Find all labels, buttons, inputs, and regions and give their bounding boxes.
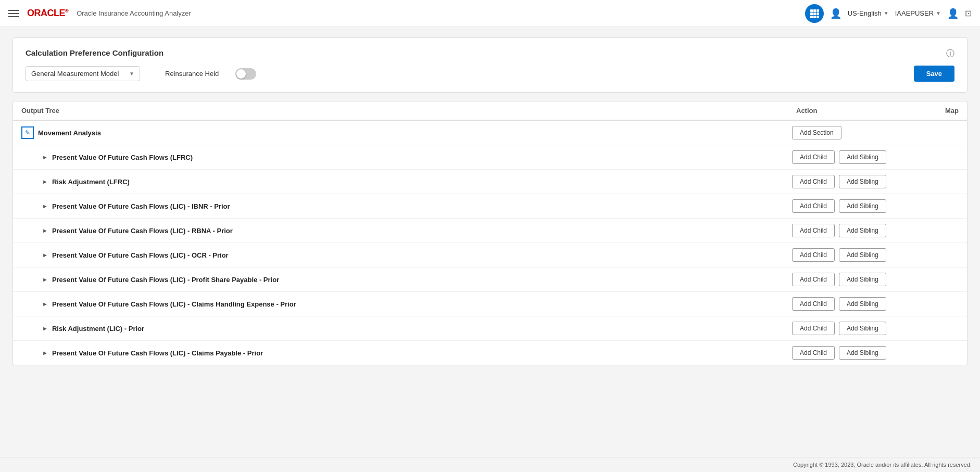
svg-rect-0 [810,9,813,12]
expand-icon[interactable]: ► [42,227,48,234]
svg-rect-8 [816,16,819,18]
child-row-text: Present Value Of Future Cash Flows (LIC)… [52,251,229,259]
tree-row: ► Present Value Of Future Cash Flows (LI… [13,341,967,365]
add-child-button[interactable]: Add Child [792,346,835,360]
tree-row: ► Present Value Of Future Cash Flows (LI… [13,292,967,316]
expand-icon[interactable]: ► [42,154,48,160]
app-header: ORACLE® Oracle Insurance Accounting Anal… [0,0,980,27]
expand-icon[interactable]: ► [42,178,48,185]
add-child-button[interactable]: Add Child [792,175,835,188]
action-col-header: Action [792,107,927,114]
root-row-text: Movement Analysis [38,129,101,137]
child-row-label: ► Risk Adjustment (LIC) - Prior [21,325,792,333]
config-controls-row: General Measurement Model ▼ Reinsurance … [26,66,954,82]
add-sibling-button[interactable]: Add Sibling [839,273,886,286]
expand-icon[interactable]: ► [42,203,48,209]
child-row-text: Present Value Of Future Cash Flows (LIC)… [52,300,296,308]
model-dropdown[interactable]: General Measurement Model ▼ [26,66,140,81]
svg-rect-5 [816,12,819,15]
child-row-actions: Add Child Add Sibling [792,150,927,164]
reinsurance-toggle[interactable] [235,68,256,80]
expand-icon[interactable]: ► [42,301,48,307]
add-sibling-button[interactable]: Add Sibling [839,248,886,262]
oracle-logo: ORACLE® [27,8,68,19]
child-row-text: Risk Adjustment (LFRC) [52,178,130,186]
tree-row: ► Present Value Of Future Cash Flows (LI… [13,194,967,219]
child-row-actions: Add Child Add Sibling [792,224,927,237]
child-row-actions: Add Child Add Sibling [792,175,927,188]
toggle-knob [236,69,246,79]
reinsurance-label: Reinsurance Held [165,70,219,78]
config-panel: Calculation Preference Configuration ⓘ G… [12,37,968,93]
apps-grid-icon[interactable] [805,4,824,23]
tree-row: ► Risk Adjustment (LIC) - Prior Add Chil… [13,316,967,341]
svg-rect-7 [813,16,816,18]
add-child-button[interactable]: Add Child [792,199,835,213]
child-row-text: Present Value Of Future Cash Flows (LFRC… [52,154,193,161]
add-child-button[interactable]: Add Child [792,150,835,164]
app-title: Oracle Insurance Accounting Analyzer [77,9,191,17]
child-row-label: ► Present Value Of Future Cash Flows (LI… [21,202,792,210]
child-row-label: ► Present Value Of Future Cash Flows (LF… [21,154,792,161]
add-sibling-button[interactable]: Add Sibling [839,150,886,164]
admin-user-icon[interactable]: 👤 [830,8,841,19]
child-row-label: ► Present Value Of Future Cash Flows (LI… [21,349,792,357]
tree-row: ► Present Value Of Future Cash Flows (LF… [13,145,967,170]
header-left: ORACLE® Oracle Insurance Accounting Anal… [8,8,799,19]
tree-row: ► Risk Adjustment (LFRC) Add Child Add S… [13,170,967,194]
child-row-text: Present Value Of Future Cash Flows (LIC)… [52,276,279,284]
output-tree-col-header: Output Tree [21,107,792,114]
child-row-text: Risk Adjustment (LIC) - Prior [52,325,144,333]
add-child-button[interactable]: Add Child [792,224,835,237]
root-row-actions: Add Section [792,126,927,139]
user-profile-icon[interactable]: 👤 [947,8,959,19]
config-header-row: Calculation Preference Configuration ⓘ [26,48,954,66]
tree-rows-container: ► Present Value Of Future Cash Flows (LF… [13,145,967,365]
child-row-label: ► Present Value Of Future Cash Flows (LI… [21,300,792,308]
help-icon[interactable]: ⓘ [946,48,954,59]
expand-icon[interactable]: ► [42,252,48,258]
user-dropdown[interactable]: IAAEPUSER ▼ [895,9,941,17]
language-dropdown[interactable]: US-English ▼ [848,9,889,17]
accessibility-icon[interactable]: ⊡ [965,8,972,18]
add-child-button[interactable]: Add Child [792,248,835,262]
expand-icon[interactable]: ► [42,350,48,356]
svg-rect-4 [813,12,816,15]
tree-table-header: Output Tree Action Map [13,101,967,121]
add-child-button[interactable]: Add Child [792,297,835,311]
child-row-label: ► Present Value Of Future Cash Flows (LI… [21,227,792,235]
child-row-text: Present Value Of Future Cash Flows (LIC)… [52,227,233,235]
child-row-text: Present Value Of Future Cash Flows (LIC)… [52,202,230,210]
header-right: 👤 US-English ▼ IAAEPUSER ▼ 👤 ⊡ [805,4,972,23]
add-child-button[interactable]: Add Child [792,322,835,335]
add-sibling-button[interactable]: Add Sibling [839,199,886,213]
add-sibling-button[interactable]: Add Sibling [839,175,886,188]
model-dropdown-label: General Measurement Model [31,70,119,78]
add-section-button[interactable]: Add Section [792,126,841,139]
lang-dropdown-arrow: ▼ [884,10,889,16]
child-row-actions: Add Child Add Sibling [792,297,927,311]
tree-row: ► Present Value Of Future Cash Flows (LI… [13,267,967,292]
svg-rect-6 [810,16,813,18]
svg-rect-3 [810,12,813,15]
child-row-label: ► Risk Adjustment (LFRC) [21,178,792,186]
output-tree-panel: Output Tree Action Map ✎ Movement Analys… [12,101,968,365]
child-row-actions: Add Child Add Sibling [792,346,927,360]
edit-icon[interactable]: ✎ [21,126,34,139]
add-sibling-button[interactable]: Add Sibling [839,297,886,311]
add-sibling-button[interactable]: Add Sibling [839,224,886,237]
save-button[interactable]: Save [914,66,954,82]
child-row-actions: Add Child Add Sibling [792,199,927,213]
model-dropdown-arrow: ▼ [129,71,134,76]
main-content: Calculation Preference Configuration ⓘ G… [0,27,980,376]
expand-icon[interactable]: ► [42,325,48,331]
expand-icon[interactable]: ► [42,276,48,283]
add-sibling-button[interactable]: Add Sibling [839,322,886,335]
child-row-actions: Add Child Add Sibling [792,248,927,262]
add-sibling-button[interactable]: Add Sibling [839,346,886,360]
tree-row: ► Present Value Of Future Cash Flows (LI… [13,219,967,243]
add-child-button[interactable]: Add Child [792,273,835,286]
tree-row: ► Present Value Of Future Cash Flows (LI… [13,243,967,267]
child-row-label: ► Present Value Of Future Cash Flows (LI… [21,276,792,284]
hamburger-menu-icon[interactable] [8,10,19,17]
